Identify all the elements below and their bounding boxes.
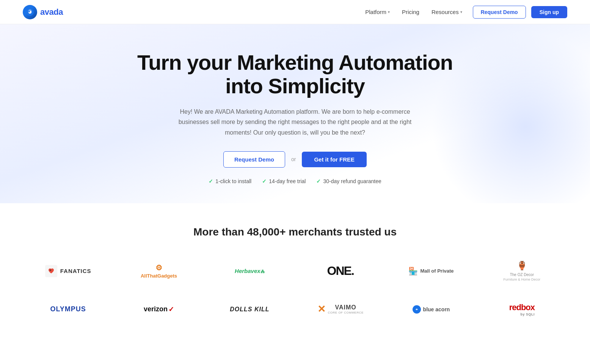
heart-icon <box>45 265 57 277</box>
vaimo-x-icon: ✕ <box>317 303 326 315</box>
trusted-section: More than 48,000+ merchants trusted us F… <box>0 203 590 348</box>
pricing-nav-item[interactable]: Pricing <box>397 6 424 17</box>
list-item: blue acorn <box>386 301 476 318</box>
trusted-headline: More than 48,000+ merchants trusted us <box>23 226 567 238</box>
redbox-logo: redbox by SQLI <box>509 303 535 316</box>
hero-request-demo-button[interactable]: Request Demo <box>223 151 285 168</box>
mall-logo: 🏪 Mall of Private <box>408 267 453 276</box>
list-item: ✕ VAIMO CORE OF COMMERCE <box>295 299 386 320</box>
navbar: avada Platform ▾ Pricing Resources ▾ Req… <box>0 0 590 24</box>
hero-get-free-button[interactable]: Get it for FREE <box>302 152 367 167</box>
gadget-icon: ⚙ <box>141 263 177 272</box>
svg-rect-4 <box>50 270 51 271</box>
list-item: redbox by SQLI <box>477 298 567 321</box>
fanatics-logo: FANATICS <box>45 265 91 277</box>
hero-feature-checks: ✓ 1-click to install ✓ 14-day free trial… <box>23 178 567 184</box>
herbavex-logo: Herbavex⁂ <box>235 268 265 274</box>
logos-row-2: OLYMPUS verizon✓ DOLLS KILL ✕ VAIMO CORE… <box>23 298 567 321</box>
resources-nav-item[interactable]: Resources ▾ <box>427 6 467 17</box>
logo-icon <box>23 5 37 19</box>
list-item: FANATICS <box>23 260 113 282</box>
one-logo: ONE. <box>327 264 354 278</box>
list-item: DOLLS KILL <box>204 301 295 317</box>
check-refund: ✓ 30-day refund guarantee <box>316 178 381 184</box>
logos-row-1: FANATICS ⚙ AllThatGadgets Herbavex⁂ ONE.… <box>23 256 567 286</box>
hero-section: Turn your Marketing Automation into Simp… <box>0 24 590 203</box>
logo-text: avada <box>40 7 63 17</box>
resources-chevron-icon: ▾ <box>460 10 462 14</box>
allgadgets-logo: ⚙ AllThatGadgets <box>141 263 177 279</box>
ozdecor-logo: 🏺 The OZ Decor Furniture & Home Decor <box>504 261 541 281</box>
blueacorn-logo: blue acorn <box>413 305 450 314</box>
svg-point-3 <box>28 11 30 12</box>
check-install: ✓ 1-click to install <box>209 178 251 184</box>
olympus-logo: OLYMPUS <box>50 305 86 313</box>
checkmark-icon-2: ✓ <box>262 178 267 184</box>
list-item: 🏪 Mall of Private <box>386 262 476 280</box>
checkmark-icon-1: ✓ <box>209 178 213 184</box>
list-item: Herbavex⁂ <box>204 263 295 279</box>
hero-cta-group: Request Demo or Get it for FREE <box>23 151 567 168</box>
list-item: OLYMPUS <box>23 301 113 318</box>
verizon-logo: verizon✓ <box>144 305 174 314</box>
mall-icon: 🏪 <box>408 267 418 276</box>
request-demo-nav-button[interactable]: Request Demo <box>473 6 526 19</box>
list-item: ⚙ AllThatGadgets <box>113 259 204 283</box>
vaimo-logo: ✕ VAIMO CORE OF COMMERCE <box>317 303 364 315</box>
dollskill-logo: DOLLS KILL <box>230 306 269 313</box>
list-item: verizon✓ <box>113 301 204 318</box>
platform-nav-item[interactable]: Platform ▾ <box>361 6 394 17</box>
platform-chevron-icon: ▾ <box>388 10 390 14</box>
list-item: 🏺 The OZ Decor Furniture & Home Decor <box>477 256 567 286</box>
checkmark-icon-3: ✓ <box>316 178 321 184</box>
hero-headline: Turn your Marketing Automation into Simp… <box>124 51 466 97</box>
list-item: ONE. <box>295 259 386 282</box>
signup-nav-button[interactable]: Sign up <box>531 6 567 18</box>
hero-description: Hey! We are AVADA Marketing Automation p… <box>166 107 424 138</box>
oz-icon: 🏺 <box>504 261 541 271</box>
nav-links: Platform ▾ Pricing Resources ▾ Request D… <box>361 6 567 19</box>
logo[interactable]: avada <box>23 5 63 19</box>
check-trial: ✓ 14-day free trial <box>262 178 306 184</box>
hero-or-text: or <box>291 156 296 162</box>
